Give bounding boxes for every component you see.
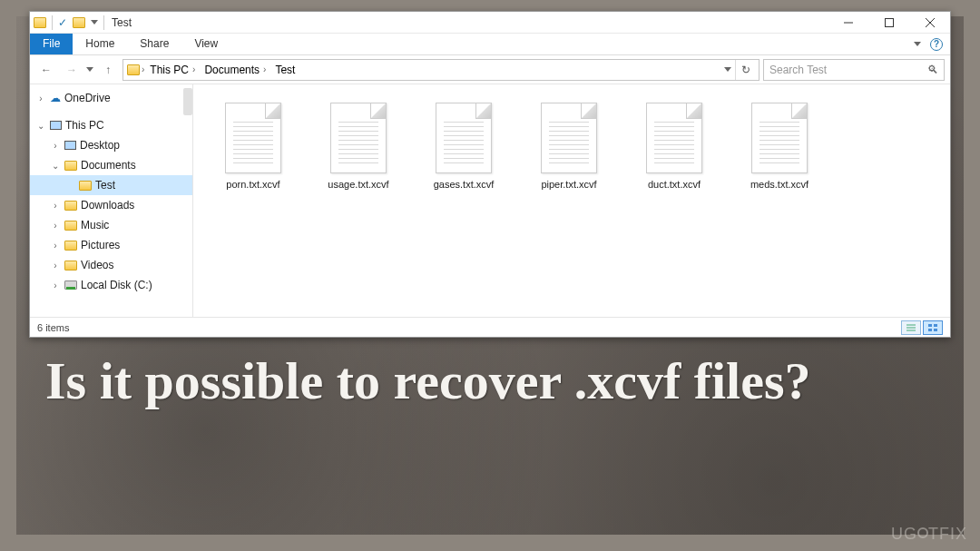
tree-item-label: Documents [81, 159, 136, 172]
overlay-caption: Is it possible to recover .xcvf files? [45, 354, 935, 409]
document-icon [751, 103, 808, 173]
up-button[interactable]: ↑ [97, 59, 119, 81]
file-name-label: meds.txt.xcvf [750, 179, 808, 190]
icons-view-button[interactable] [923, 320, 943, 335]
expander-icon[interactable]: › [50, 241, 61, 251]
expander-icon[interactable]: › [50, 201, 61, 211]
tree-item-this-pc[interactable]: ⌄This PC [30, 115, 192, 135]
separator [52, 15, 53, 30]
document-icon [646, 103, 702, 173]
address-bar[interactable]: › This PC› Documents› Test ↻ [122, 59, 760, 81]
search-placeholder: Search Test [769, 64, 827, 76]
tree-item-downloads[interactable]: ›Downloads [30, 195, 192, 215]
expand-ribbon-icon[interactable] [914, 42, 921, 46]
expander-icon[interactable]: › [50, 221, 61, 231]
file-name-label: usage.txt.xcvf [328, 179, 388, 190]
close-button[interactable] [909, 12, 950, 34]
file-name-label: gases.txt.xcvf [434, 179, 495, 190]
svg-rect-1 [885, 18, 893, 26]
tree-item-desktop[interactable]: ›Desktop [30, 135, 192, 155]
tree-item-local-disk-c-[interactable]: ›Local Disk (C:) [30, 275, 192, 295]
breadcrumb-label: Test [275, 64, 295, 76]
folder-icon [64, 161, 77, 171]
minimize-button[interactable] [828, 12, 868, 34]
search-input[interactable]: Search Test 🔍︎ [763, 59, 945, 81]
file-explorer-window: ✓ Test File Home Share View ? ← → ↑ › Th… [29, 11, 951, 338]
chevron-right-icon[interactable]: › [142, 64, 144, 74]
expander-icon[interactable]: › [50, 280, 61, 290]
breadcrumb[interactable]: Documents› [201, 64, 270, 76]
file-name-label: porn.txt.xcvf [226, 179, 279, 190]
file-tab[interactable]: File [30, 34, 73, 54]
maximize-button[interactable] [868, 12, 909, 34]
folder-icon [64, 221, 77, 231]
back-button[interactable]: ← [35, 59, 57, 81]
document-icon [330, 103, 387, 173]
breadcrumb[interactable]: Test [271, 64, 299, 76]
separator [103, 15, 104, 30]
file-item[interactable]: gases.txt.xcvf [411, 95, 516, 197]
desktop-icon [64, 141, 76, 150]
expander-icon[interactable]: ⌄ [50, 161, 61, 171]
folder-icon[interactable] [73, 17, 85, 28]
tree-item-onedrive[interactable]: ›☁OneDrive [30, 88, 192, 108]
tree-item-music[interactable]: ›Music [30, 215, 192, 235]
folder-icon [64, 241, 77, 251]
chevron-down-icon[interactable] [91, 20, 98, 25]
expander-icon[interactable]: › [50, 141, 61, 151]
folder-icon [79, 181, 92, 191]
svg-rect-8 [934, 324, 937, 327]
folder-icon [64, 201, 77, 211]
document-icon [225, 103, 281, 173]
pc-icon [50, 121, 62, 130]
quick-access-toolbar: ✓ [34, 15, 104, 30]
svg-rect-10 [934, 329, 937, 331]
expander-icon[interactable]: ⌄ [35, 121, 46, 131]
document-icon [541, 103, 597, 173]
tree-item-test[interactable]: Test [30, 175, 192, 195]
file-item[interactable]: piper.txt.xcvf [516, 95, 622, 197]
expander-icon[interactable]: › [50, 261, 61, 271]
file-item[interactable]: porn.txt.xcvf [201, 95, 306, 197]
watermark: UGTFIX [891, 525, 967, 544]
share-tab[interactable]: Share [127, 34, 181, 54]
tree-item-label: Test [95, 179, 115, 192]
view-tab[interactable]: View [181, 34, 230, 54]
file-item[interactable]: meds.txt.xcvf [727, 95, 832, 197]
svg-rect-7 [928, 324, 932, 327]
breadcrumb-label: This PC [150, 64, 189, 76]
window-controls [828, 12, 950, 34]
tree-item-pictures[interactable]: ›Pictures [30, 235, 192, 255]
cloud-icon: ☁ [50, 92, 61, 104]
document-icon [436, 103, 492, 173]
history-dropdown-icon[interactable] [86, 67, 93, 72]
tree-item-label: This PC [65, 119, 104, 132]
tree-item-label: Local Disk (C:) [81, 279, 152, 291]
forward-button[interactable]: → [61, 59, 83, 81]
details-view-button[interactable] [901, 320, 921, 335]
disk-icon [64, 280, 77, 290]
chevron-down-icon[interactable] [724, 67, 731, 72]
file-item[interactable]: duct.txt.xcvf [622, 95, 727, 197]
search-icon[interactable]: 🔍︎ [927, 64, 938, 76]
expander-icon[interactable]: › [35, 93, 46, 103]
refresh-button[interactable]: ↻ [735, 60, 755, 80]
tree-item-videos[interactable]: ›Videos [30, 255, 192, 275]
checkmark-icon[interactable]: ✓ [58, 16, 67, 29]
chevron-right-icon[interactable]: › [263, 64, 266, 74]
file-list-pane[interactable]: porn.txt.xcvfusage.txt.xcvfgases.txt.xcv… [193, 84, 950, 317]
folder-icon [64, 261, 77, 271]
help-icon[interactable]: ? [930, 38, 943, 51]
ribbon-tabs: File Home Share View ? [30, 34, 950, 55]
navigation-tree: ›☁OneDrive⌄This PC›Desktop⌄DocumentsTest… [30, 84, 193, 317]
svg-rect-9 [928, 329, 932, 331]
home-tab[interactable]: Home [73, 34, 127, 54]
status-bar: 6 items [30, 317, 950, 337]
file-item[interactable]: usage.txt.xcvf [306, 95, 411, 197]
tree-item-label: Pictures [81, 239, 120, 251]
tree-item-documents[interactable]: ⌄Documents [30, 155, 192, 175]
window-title: Test [112, 16, 132, 29]
chevron-right-icon[interactable]: › [192, 64, 195, 74]
breadcrumb[interactable]: This PC› [146, 64, 199, 76]
tree-item-label: Desktop [80, 139, 120, 152]
